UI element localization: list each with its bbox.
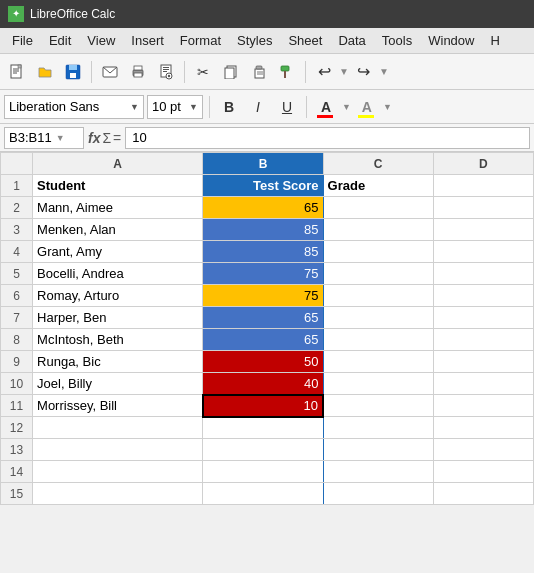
- table-cell[interactable]: [323, 219, 433, 241]
- col-header-d[interactable]: D: [433, 153, 533, 175]
- menu-styles[interactable]: Styles: [229, 31, 280, 50]
- menu-help[interactable]: H: [482, 31, 507, 50]
- table-cell[interactable]: [323, 285, 433, 307]
- table-cell[interactable]: [323, 197, 433, 219]
- menu-file[interactable]: File: [4, 31, 41, 50]
- font-color-button[interactable]: A: [313, 94, 339, 120]
- table-cell[interactable]: [323, 373, 433, 395]
- table-cell[interactable]: [203, 483, 323, 505]
- highlight-dropdown[interactable]: ▼: [383, 102, 392, 112]
- table-cell[interactable]: [323, 329, 433, 351]
- table-cell[interactable]: Grade: [323, 175, 433, 197]
- table-cell[interactable]: [323, 263, 433, 285]
- table-cell[interactable]: 65: [203, 307, 323, 329]
- font-color-dropdown[interactable]: ▼: [342, 102, 351, 112]
- menu-view[interactable]: View: [79, 31, 123, 50]
- table-cell[interactable]: Bocelli, Andrea: [33, 263, 203, 285]
- table-cell[interactable]: [433, 175, 533, 197]
- table-cell[interactable]: [433, 307, 533, 329]
- italic-button[interactable]: I: [245, 94, 271, 120]
- table-cell[interactable]: 50: [203, 351, 323, 373]
- table-cell[interactable]: [433, 197, 533, 219]
- format-paint-button[interactable]: [274, 59, 300, 85]
- table-cell[interactable]: [433, 241, 533, 263]
- table-cell[interactable]: 75: [203, 263, 323, 285]
- table-cell[interactable]: [433, 285, 533, 307]
- menu-tools[interactable]: Tools: [374, 31, 420, 50]
- table-cell[interactable]: Grant, Amy: [33, 241, 203, 263]
- menu-sheet[interactable]: Sheet: [280, 31, 330, 50]
- table-cell[interactable]: [323, 439, 433, 461]
- undo-dropdown[interactable]: ▼: [339, 66, 349, 77]
- table-cell[interactable]: 85: [203, 241, 323, 263]
- redo-dropdown[interactable]: ▼: [379, 66, 389, 77]
- table-cell[interactable]: Mann, Aimee: [33, 197, 203, 219]
- table-cell[interactable]: [433, 395, 533, 417]
- table-cell[interactable]: McIntosh, Beth: [33, 329, 203, 351]
- table-cell[interactable]: [323, 241, 433, 263]
- print-preview-button[interactable]: [153, 59, 179, 85]
- copy-button[interactable]: [218, 59, 244, 85]
- table-cell[interactable]: 65: [203, 329, 323, 351]
- table-cell[interactable]: [323, 417, 433, 439]
- table-cell[interactable]: Romay, Arturo: [33, 285, 203, 307]
- table-cell[interactable]: Menken, Alan: [33, 219, 203, 241]
- col-header-c[interactable]: C: [323, 153, 433, 175]
- cell-ref-dropdown-icon[interactable]: ▼: [56, 133, 65, 143]
- menu-data[interactable]: Data: [330, 31, 373, 50]
- table-cell[interactable]: [33, 483, 203, 505]
- email-button[interactable]: [97, 59, 123, 85]
- table-cell[interactable]: [323, 307, 433, 329]
- table-cell[interactable]: Joel, Billy: [33, 373, 203, 395]
- redo-button[interactable]: ↪: [351, 59, 377, 85]
- table-cell[interactable]: [433, 461, 533, 483]
- menu-insert[interactable]: Insert: [123, 31, 172, 50]
- table-cell[interactable]: [433, 483, 533, 505]
- bold-button[interactable]: B: [216, 94, 242, 120]
- table-cell[interactable]: [203, 417, 323, 439]
- table-cell[interactable]: [33, 461, 203, 483]
- formula-input[interactable]: [125, 127, 530, 149]
- table-cell[interactable]: [323, 351, 433, 373]
- table-cell[interactable]: [433, 439, 533, 461]
- table-cell[interactable]: [323, 395, 433, 417]
- cut-button[interactable]: ✂: [190, 59, 216, 85]
- table-cell[interactable]: [433, 329, 533, 351]
- table-cell[interactable]: 40: [203, 373, 323, 395]
- font-name-selector[interactable]: Liberation Sans ▼: [4, 95, 144, 119]
- table-cell[interactable]: Runga, Bic: [33, 351, 203, 373]
- col-header-a[interactable]: A: [33, 153, 203, 175]
- table-cell[interactable]: Morrissey, Bill: [33, 395, 203, 417]
- table-cell[interactable]: [433, 263, 533, 285]
- table-cell[interactable]: [33, 417, 203, 439]
- cell-reference-box[interactable]: B3:B11 ▼: [4, 127, 84, 149]
- table-cell[interactable]: [433, 373, 533, 395]
- menu-format[interactable]: Format: [172, 31, 229, 50]
- font-size-selector[interactable]: 10 pt ▼: [147, 95, 203, 119]
- table-cell[interactable]: [323, 483, 433, 505]
- table-cell[interactable]: [323, 461, 433, 483]
- table-cell[interactable]: 75: [203, 285, 323, 307]
- new-button[interactable]: [4, 59, 30, 85]
- print-button[interactable]: [125, 59, 151, 85]
- open-button[interactable]: [32, 59, 58, 85]
- menu-window[interactable]: Window: [420, 31, 482, 50]
- table-cell[interactable]: [203, 461, 323, 483]
- menu-edit[interactable]: Edit: [41, 31, 79, 50]
- table-cell[interactable]: Test Score: [203, 175, 323, 197]
- table-cell[interactable]: [203, 439, 323, 461]
- save-button[interactable]: [60, 59, 86, 85]
- col-header-b[interactable]: B: [203, 153, 323, 175]
- highlight-button[interactable]: A: [354, 94, 380, 120]
- paste-button[interactable]: [246, 59, 272, 85]
- table-cell[interactable]: Harper, Ben: [33, 307, 203, 329]
- underline-button[interactable]: U: [274, 94, 300, 120]
- table-cell[interactable]: 65: [203, 197, 323, 219]
- table-cell[interactable]: [433, 417, 533, 439]
- table-cell[interactable]: [33, 439, 203, 461]
- table-cell[interactable]: 10: [203, 395, 323, 417]
- table-cell[interactable]: Student: [33, 175, 203, 197]
- table-cell[interactable]: [433, 219, 533, 241]
- undo-button[interactable]: ↩: [311, 59, 337, 85]
- table-cell[interactable]: 85: [203, 219, 323, 241]
